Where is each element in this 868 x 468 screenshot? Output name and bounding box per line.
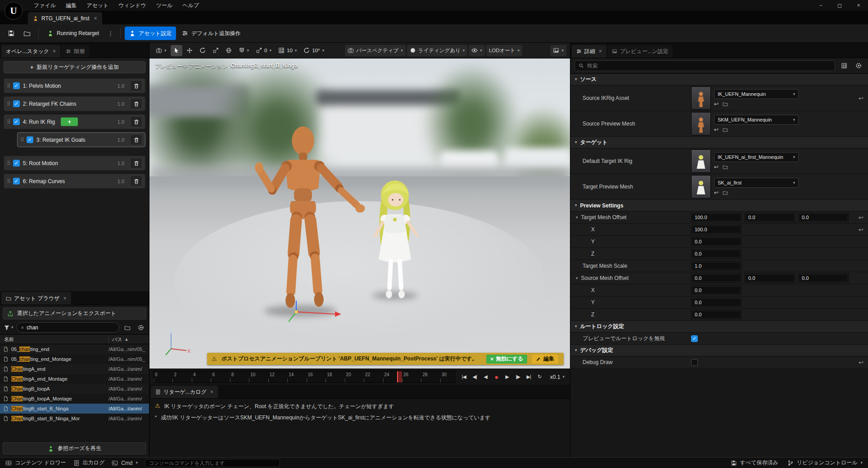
tab-close-icon[interactable]: × (210, 389, 213, 395)
tab-details[interactable]: 詳細 × (572, 45, 606, 58)
delete-op-button[interactable] (130, 158, 142, 169)
column-header-path[interactable]: パス ▲ (108, 336, 149, 343)
op-item-root-motion[interactable]: ⠿ ✓ 5: Root Motion 1.0 (4, 156, 145, 171)
scale-snap-button[interactable]: 0▾ (253, 45, 274, 56)
content-drawer-button[interactable]: コンテンツ ドロワー (5, 459, 66, 467)
op-item-retarget-fk-chains[interactable]: ⠿ ✓ 2: Retarget FK Chains 1.0 (4, 96, 145, 111)
edit-postprocess-button[interactable]: 編集 (532, 355, 558, 364)
skip-to-end-button[interactable]: ▶| (524, 372, 534, 382)
save-search-icon[interactable] (122, 322, 133, 333)
z-value-field[interactable]: 0.0 (691, 310, 741, 319)
show-flags-dropdown[interactable]: ▾ (469, 45, 485, 56)
timeline-playhead[interactable] (397, 371, 402, 382)
anime-girl-character[interactable] (361, 176, 429, 302)
console-command-field[interactable] (149, 460, 276, 466)
tab-close-icon[interactable]: × (94, 15, 97, 22)
tab-rtg-uefn-ai-first[interactable]: RTG_UEFN_ai_first × (28, 12, 102, 24)
use-selected-asset-icon[interactable]: ↩ (714, 126, 719, 133)
clear-search-icon[interactable]: × (21, 325, 24, 330)
default-chain-ops-button[interactable]: デフォルト追加操作 (177, 27, 245, 40)
timeline-ruler[interactable]: 024681012141618202224262830 (153, 371, 455, 383)
browse-to-asset-icon[interactable] (723, 126, 728, 133)
y-value-field[interactable]: 0.0 (691, 298, 741, 307)
loop-button[interactable]: ↻ (534, 372, 545, 382)
surface-snap-button[interactable]: ▾ (236, 45, 252, 56)
output-log-button[interactable]: 出力ログ (73, 459, 105, 467)
play-reference-pose-button[interactable]: 参照ポーズを再生 (3, 442, 146, 454)
asset-row[interactable]: 05_chanting_end /All/Ga...nim/05_ (0, 344, 149, 354)
perspective-dropdown[interactable]: パースペクティブ▾ (345, 45, 405, 56)
tab-close-icon[interactable]: × (599, 48, 602, 54)
tab-op-stack[interactable]: オペレ...スタック × (1, 45, 60, 58)
running-retarget-button[interactable]: Running Retarget (43, 27, 104, 40)
asset-thumbnail-mannequin[interactable] (691, 112, 711, 135)
target-offset-x-field[interactable]: 100.0 (691, 213, 741, 222)
source-offset-x-field[interactable]: 0.0 (691, 274, 741, 283)
asset-row-selected[interactable]: ChantingB_start_B_Ninga /All/Ga...i/anim… (0, 404, 149, 414)
save-all-status-button[interactable]: すべて保存済み (731, 459, 778, 467)
reset-to-default-icon[interactable]: ↩ (859, 214, 863, 221)
z-value-field[interactable]: 0.0 (691, 249, 741, 258)
delete-op-button[interactable] (130, 116, 142, 127)
op-enabled-checkbox[interactable]: ✓ (13, 100, 20, 107)
console-command-input[interactable] (145, 459, 280, 467)
save-button[interactable] (4, 27, 18, 40)
section-root-lock[interactable]: ▾ルートロック設定 (570, 321, 868, 333)
tab-close-icon[interactable]: × (63, 295, 67, 302)
viewport-3d-scene[interactable]: プレビュー中 アニメーション ChantingB_start_B_Ninga Z… (149, 58, 570, 369)
settings-gear-icon[interactable] (135, 322, 146, 333)
use-selected-asset-icon[interactable]: ↩ (714, 164, 719, 170)
play-button[interactable]: ▶ (502, 372, 512, 382)
target-ikrig-dropdown[interactable]: IK_UEFN_ai_first_Mannequin▾ (714, 152, 799, 162)
delete-op-button[interactable] (130, 134, 142, 145)
asset-thumbnail-girl[interactable] (691, 175, 711, 198)
add-child-op-button[interactable]: + (61, 117, 78, 126)
op-enabled-checkbox[interactable]: ✓ (13, 178, 20, 184)
scale-tool-button[interactable] (210, 45, 222, 56)
rotate-tool-button[interactable] (197, 45, 208, 56)
menu-window[interactable]: ウィンドウ (113, 0, 151, 11)
details-search-input[interactable] (574, 60, 835, 71)
tab-retarget-log[interactable]: リターゲ...カログ × (151, 386, 218, 398)
add-retarget-op-button[interactable]: + 新規リターゲティング操作を追加 (4, 61, 145, 73)
asset-row[interactable]: ChantingA_end_Montage /All/Ga...i/anim/ (0, 374, 149, 384)
op-enabled-checkbox[interactable]: ✓ (13, 160, 20, 166)
step-back-button[interactable]: ◀| (470, 372, 480, 382)
x-value-field[interactable]: 0.0 (691, 286, 741, 295)
browse-to-asset-icon[interactable] (723, 164, 728, 170)
drag-handle-icon[interactable]: ⠿ (7, 83, 10, 89)
delete-op-button[interactable] (130, 98, 142, 109)
column-header-name[interactable]: 名前 (0, 336, 108, 343)
browse-to-asset-button[interactable] (20, 27, 34, 40)
browse-to-asset-icon[interactable] (723, 189, 728, 196)
reset-to-default-icon[interactable]: ↩ (859, 359, 863, 366)
source-preview-mesh-dropdown[interactable]: SKM_UEFN_Mannequin▾ (714, 115, 799, 125)
drag-handle-icon[interactable]: ⠿ (7, 119, 10, 125)
move-tool-button[interactable] (184, 45, 195, 56)
source-ikrig-dropdown[interactable]: IK_UEFN_Mannequin▾ (714, 89, 799, 99)
drag-handle-icon[interactable]: ⠿ (7, 178, 10, 184)
export-animations-button[interactable]: 選択したアニメーションをエクスポート (3, 307, 146, 320)
minimize-icon[interactable]: − (811, 0, 830, 11)
asset-row[interactable]: 05_chanting_end_Montage /All/Ga...nim/05… (0, 354, 149, 364)
grid-snap-button[interactable]: 10▾ (276, 45, 299, 56)
reset-to-default-icon[interactable]: ↩ (859, 95, 863, 102)
disable-postprocess-button[interactable]: ×無効にする (486, 355, 527, 364)
menu-asset[interactable]: アセット (81, 0, 113, 11)
close-icon[interactable]: × (849, 0, 868, 11)
menu-file[interactable]: ファイル (29, 0, 61, 11)
delete-op-button[interactable] (130, 176, 142, 187)
display-options-icon[interactable] (838, 61, 850, 71)
play-reverse-button[interactable]: ◀ (480, 372, 491, 382)
asset-row[interactable]: ChantingA_end /All/Ga...i/anim/ (0, 364, 149, 374)
op-enabled-checkbox[interactable]: ✓ (13, 82, 20, 89)
op-enabled-checkbox[interactable]: ✓ (13, 118, 20, 125)
ignore-root-lock-checkbox[interactable]: ✓ (691, 335, 698, 342)
tab-asset-browser[interactable]: アセット ブラウザ × (1, 292, 71, 305)
drag-handle-icon[interactable]: ⠿ (7, 101, 10, 107)
target-preview-mesh-dropdown[interactable]: SK_ai_first▾ (714, 178, 799, 188)
filter-button[interactable]: ▾ (3, 324, 14, 331)
rotation-snap-button[interactable]: 10°▾ (301, 45, 327, 56)
y-value-field[interactable]: 0.0 (691, 237, 741, 246)
op-item-remap-curves[interactable]: ⠿ ✓ 6: Remap Curves 1.0 (4, 174, 145, 189)
